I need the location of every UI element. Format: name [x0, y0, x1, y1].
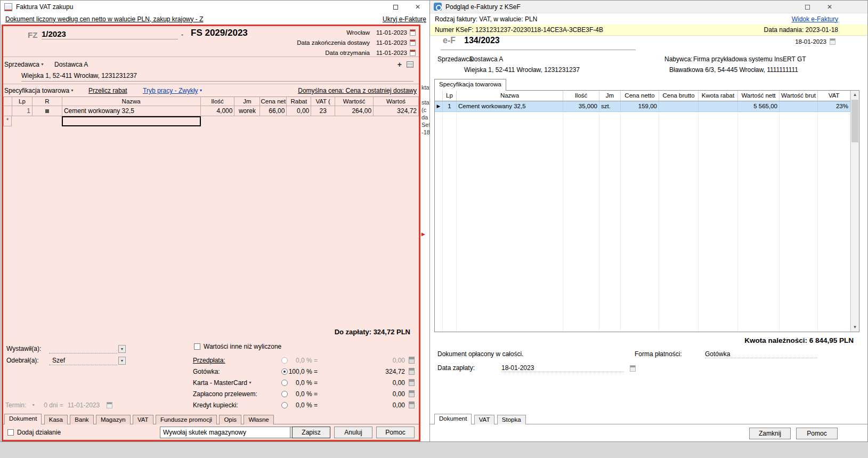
- issued-by-dropdown-icon[interactable]: ▼: [118, 345, 126, 353]
- col-r[interactable]: R: [33, 97, 62, 106]
- seller-name[interactable]: Dostawca A: [54, 61, 88, 68]
- credit-value[interactable]: 0,00: [393, 401, 405, 409]
- col-nazwa[interactable]: Nazwa: [62, 97, 201, 106]
- col-cena-netto[interactable]: Cena netto: [621, 91, 659, 101]
- col-lp[interactable]: Lp: [443, 91, 457, 101]
- calendar-icon[interactable]: [410, 29, 416, 36]
- prepayment-link[interactable]: Przedpłata:: [193, 357, 225, 364]
- transfer-value[interactable]: 0,00: [393, 390, 405, 398]
- tab-bank[interactable]: Bank: [70, 415, 93, 424]
- calculator-icon[interactable]: [409, 379, 415, 386]
- close-button[interactable]: ✕: [407, 1, 429, 13]
- cash-value[interactable]: 324,72: [385, 368, 405, 375]
- close-dialog-button[interactable]: Zamknij: [749, 428, 791, 439]
- tab-kasa[interactable]: Kasa: [44, 415, 68, 424]
- card-dropdown[interactable]: Karta - MasterCard▼: [193, 379, 252, 387]
- card-value[interactable]: 0,00: [393, 379, 405, 387]
- cancel-button[interactable]: Anuluj: [334, 427, 372, 438]
- seller-address-field[interactable]: Wiejska 1, 52-411 Wrocław, 1231231237: [21, 72, 413, 82]
- tab-magazyn[interactable]: Magazyn: [96, 415, 131, 424]
- doc-number-field[interactable]: 1/2023: [42, 29, 178, 39]
- col-lp[interactable]: Lp: [12, 97, 33, 106]
- received-by-field[interactable]: Szef: [49, 357, 117, 365]
- contractor-list-icon[interactable]: [407, 61, 413, 68]
- tab-dokument[interactable]: Dokument: [4, 414, 42, 424]
- help-button[interactable]: Pomoc: [796, 428, 838, 439]
- tab-specyfikacja-towarowa[interactable]: Specyfikacja towarowa: [434, 79, 506, 91]
- col-kwota-rabatu[interactable]: Kwota rabat: [699, 91, 738, 101]
- credit-radio[interactable]: [281, 402, 288, 408]
- col-ilosc[interactable]: Ilość: [201, 97, 235, 106]
- einvoice-item-row-selected[interactable]: ▶ 1 Cement workowany 32,5 35,000 szt. 15…: [435, 101, 850, 112]
- calculator-icon[interactable]: [409, 390, 415, 397]
- issued-by-field[interactable]: [49, 345, 117, 353]
- tab-stopka[interactable]: Stopka: [497, 415, 526, 424]
- cell-wartosc-net[interactable]: 264,00: [335, 106, 374, 116]
- cell-rabat[interactable]: 0,00: [287, 106, 311, 116]
- col-nazwa[interactable]: Nazwa: [457, 91, 563, 101]
- tab-fundusze[interactable]: Fundusze promocji: [156, 415, 217, 424]
- cell-cena-net[interactable]: 66,00: [260, 106, 287, 116]
- close-button[interactable]: ✕: [818, 1, 841, 13]
- card-percent[interactable]: 0,0 % =: [296, 379, 318, 387]
- maximize-button[interactable]: [796, 1, 818, 13]
- seller-label-dropdown[interactable]: Sprzedawca▼: [4, 61, 44, 68]
- spec-dropdown[interactable]: Specyfikacja towarowa▼: [4, 87, 74, 94]
- col-vat[interactable]: VAT: [818, 91, 850, 101]
- col-jm[interactable]: Jm: [234, 97, 260, 106]
- calculator-icon[interactable]: [409, 401, 415, 408]
- col-rabat[interactable]: Rabat: [287, 97, 311, 106]
- delivery-end-date-field[interactable]: 11-01-2023: [376, 39, 407, 46]
- col-ilosc[interactable]: Ilość: [563, 91, 599, 101]
- warehouse-effect-combo[interactable]: Wywołaj skutek magazynowy ▼: [160, 427, 299, 438]
- col-cena-brutto[interactable]: Cena brutto: [659, 91, 699, 101]
- received-date-field[interactable]: 11-01-2023: [376, 50, 407, 56]
- einvoice-view-link[interactable]: Widok e-Faktury: [792, 15, 838, 23]
- col-cena-net[interactable]: Cena net: [260, 97, 287, 106]
- scroll-down-icon[interactable]: ▼: [851, 323, 859, 332]
- col-jm[interactable]: Jm: [599, 91, 621, 101]
- col-wartosc-net[interactable]: Wartość: [335, 97, 374, 106]
- cash-radio[interactable]: [281, 368, 288, 375]
- recalc-rabat-link[interactable]: Przelicz rabat: [88, 87, 127, 94]
- tab-wlasne[interactable]: Własne: [244, 415, 273, 424]
- tab-opis[interactable]: Opis: [219, 415, 241, 424]
- work-mode-link[interactable]: Tryb pracy - Zwykły▼: [143, 87, 203, 94]
- cell-wartosc-brutto[interactable]: 324,72: [374, 106, 419, 116]
- issue-date-field[interactable]: 11-01-2023: [376, 29, 407, 36]
- calculator-icon[interactable]: [409, 368, 415, 375]
- col-wartosc-netto[interactable]: Wartość nett: [738, 91, 780, 101]
- transfer-percent[interactable]: 0,0 % =: [296, 390, 318, 398]
- grid-vertical-scrollbar[interactable]: ▲ ▼: [850, 91, 859, 332]
- scrollbar-thumb[interactable]: [851, 100, 858, 142]
- scroll-up-icon[interactable]: ▲: [851, 91, 859, 99]
- card-radio[interactable]: [281, 380, 288, 386]
- cash-percent[interactable]: 100,0 % =: [289, 368, 318, 375]
- add-contractor-icon[interactable]: +: [398, 60, 402, 69]
- credit-percent[interactable]: 0,0 % =: [296, 401, 318, 409]
- default-price-link[interactable]: Domyślna cena: Cena z ostatniej dostawy: [298, 87, 417, 94]
- col-vat[interactable]: VAT (: [311, 97, 335, 106]
- tab-dokument[interactable]: Dokument: [434, 414, 472, 424]
- cell-jm[interactable]: worek: [234, 106, 260, 116]
- maximize-button[interactable]: [384, 1, 407, 13]
- new-item-row[interactable]: *: [3, 116, 419, 126]
- cell-vat[interactable]: 23: [311, 106, 335, 116]
- col-wartosc-brutto[interactable]: Wartość brut: [780, 91, 818, 101]
- other-values-checkbox[interactable]: [194, 343, 200, 350]
- prepayment-radio[interactable]: [281, 357, 288, 364]
- document-settings-link[interactable]: Dokument liczony według cen netto w walu…: [5, 15, 204, 23]
- cell-nazwa[interactable]: Cement workowany 32,5: [62, 106, 201, 116]
- item-row[interactable]: 1 Cement workowany 32,5 4,000 worek 66,0…: [3, 106, 419, 116]
- save-button[interactable]: Zapisz: [292, 427, 330, 438]
- calculator-icon[interactable]: [409, 357, 415, 364]
- calendar-icon[interactable]: [410, 39, 416, 46]
- hide-einvoice-link[interactable]: Ukryj e-Fakturę: [383, 15, 426, 23]
- add-action-checkbox[interactable]: [7, 429, 14, 436]
- term-label[interactable]: Termin:▼: [5, 401, 39, 409]
- calendar-icon[interactable]: [410, 50, 416, 56]
- received-by-dropdown-icon[interactable]: ▼: [118, 357, 126, 365]
- cell-ilosc[interactable]: 4,000: [201, 106, 235, 116]
- tab-vat[interactable]: VAT: [474, 415, 495, 424]
- transfer-radio[interactable]: [281, 391, 288, 397]
